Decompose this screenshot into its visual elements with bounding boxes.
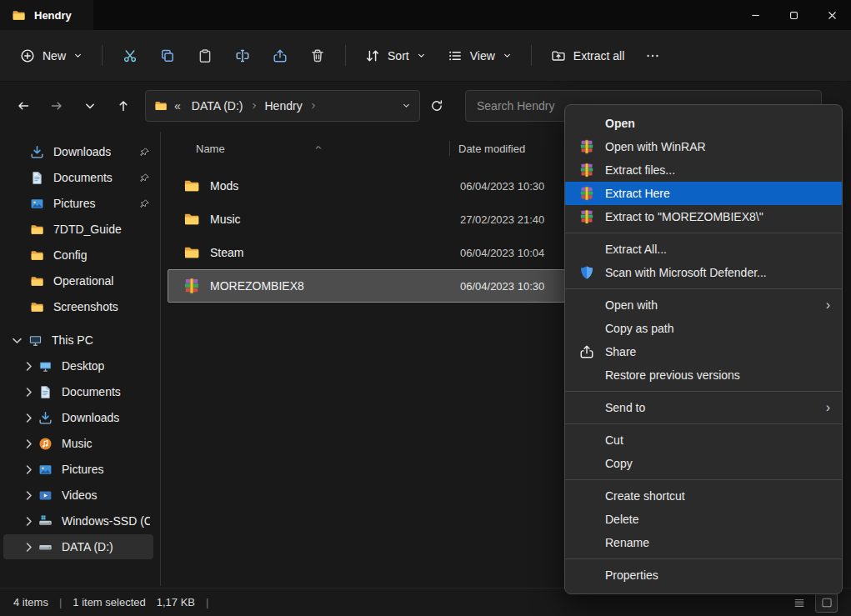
sidebar-item-7dtd-guide[interactable]: 7DTD_Guide — [3, 217, 153, 242]
copy-icon — [160, 48, 175, 63]
breadcrumb-overflow[interactable]: « — [174, 99, 181, 113]
sidebar-item-config[interactable]: Config — [3, 243, 153, 268]
recent-locations-button[interactable] — [73, 90, 107, 122]
chevron-right-icon[interactable] — [22, 514, 36, 528]
sidebar-item-windows-ssd-c[interactable]: Windows-SSD (C:) — [3, 508, 153, 533]
menu-item-extract-all[interactable]: Extract All... — [565, 238, 842, 261]
status-divider: | — [206, 596, 208, 608]
copy-button[interactable] — [151, 39, 184, 73]
breadcrumb-item-data-d[interactable]: DATA (D:) — [188, 98, 248, 114]
menu-item-icon-placeholder — [578, 367, 595, 383]
menu-item-label: Restore previous versions — [605, 368, 832, 382]
breadcrumb: DATA (D:)Hendry — [188, 98, 395, 114]
window-title: Hendry — [34, 9, 72, 22]
chevron-right-icon[interactable] — [22, 359, 36, 373]
thumbnails-view-button[interactable] — [815, 593, 838, 613]
sidebar-item-this-pc[interactable]: This PC — [3, 328, 153, 353]
breadcrumb-item-hendry[interactable]: Hendry — [261, 98, 307, 114]
delete-button[interactable] — [301, 39, 334, 73]
address-bar[interactable]: « DATA (D:)Hendry — [145, 90, 420, 122]
sidebar-item-desktop[interactable]: Desktop — [3, 353, 153, 378]
sidebar-item-documents[interactable]: Documents — [3, 165, 153, 190]
more-options-button[interactable] — [636, 39, 669, 73]
chevron-right-icon[interactable] — [22, 463, 36, 477]
menu-item-delete[interactable]: Delete — [565, 508, 842, 531]
chevron-down-icon[interactable] — [402, 101, 411, 110]
delete-icon — [310, 48, 325, 63]
column-header-name[interactable]: Name — [174, 143, 449, 155]
extract-all-button[interactable]: Extract all — [541, 39, 634, 73]
chevron-right-icon[interactable] — [22, 385, 36, 399]
menu-item-label: Extract files... — [605, 163, 832, 177]
back-button[interactable] — [7, 90, 40, 122]
menu-item-scan-with-microsoft-defender[interactable]: Scan with Microsoft Defender... — [565, 261, 842, 284]
sidebar-item-screenshots[interactable]: Screenshots — [3, 294, 153, 319]
menu-separator — [565, 391, 842, 392]
forward-button[interactable] — [40, 90, 73, 122]
menu-separator — [565, 423, 842, 424]
refresh-button[interactable] — [420, 90, 453, 122]
chevron-right-icon[interactable] — [250, 102, 258, 110]
menu-item-share[interactable]: Share — [565, 340, 842, 363]
menu-item-create-shortcut[interactable]: Create shortcut — [565, 484, 842, 508]
documents-icon — [38, 385, 53, 399]
cut-icon — [123, 48, 138, 63]
menu-item-extract-here[interactable]: Extract Here — [565, 182, 842, 205]
menu-item-copy[interactable]: Copy — [565, 452, 842, 475]
desktop-icon — [38, 359, 53, 373]
menu-item-label: Open with — [605, 298, 816, 312]
sort-button[interactable]: Sort — [355, 39, 436, 73]
menu-item-extract-to-morezombiex8[interactable]: Extract to "MOREZOMBIEX8\" — [565, 205, 842, 228]
file-date-modified-cell: 06/04/2023 10:30 — [443, 280, 544, 293]
share-button[interactable] — [263, 39, 297, 73]
menu-item-extract-files[interactable]: Extract files... — [565, 158, 842, 182]
menu-item-copy-as-path[interactable]: Copy as path — [565, 317, 842, 340]
menu-item-properties[interactable]: Properties — [565, 563, 842, 587]
music-icon — [38, 437, 53, 451]
menu-item-rename[interactable]: Rename — [565, 531, 842, 554]
close-button[interactable] — [813, 0, 851, 30]
sidebar-item-pictures[interactable]: Pictures — [3, 457, 153, 482]
chevron-right-icon[interactable] — [22, 488, 36, 503]
menu-item-icon-placeholder — [578, 320, 595, 337]
menu-item-open-with-winrar[interactable]: Open with WinRAR — [565, 135, 842, 158]
sidebar-item-pictures[interactable]: Pictures — [3, 191, 153, 216]
menu-item-icon-placeholder — [578, 297, 595, 313]
navigation-buttons — [7, 90, 140, 122]
menu-item-label: Scan with Microsoft Defender... — [605, 266, 832, 279]
folder-icon — [30, 248, 44, 263]
maximize-button[interactable] — [774, 0, 813, 30]
chevron-down-icon[interactable] — [10, 333, 24, 348]
sidebar-item-data-d[interactable]: DATA (D:) — [3, 534, 153, 559]
sidebar-item-label: Documents — [62, 385, 121, 398]
chevron-right-icon[interactable] — [22, 540, 36, 554]
paste-button[interactable] — [188, 39, 222, 73]
menu-item-open-with[interactable]: Open with› — [565, 293, 842, 317]
menu-item-cut[interactable]: Cut — [565, 428, 842, 452]
menu-item-label: Rename — [605, 536, 832, 549]
sidebar-item-documents[interactable]: Documents — [3, 379, 153, 404]
rename-button[interactable] — [226, 39, 259, 73]
new-button[interactable]: New — [10, 39, 93, 73]
chevron-right-icon[interactable] — [22, 437, 36, 451]
chevron-right-icon[interactable] — [309, 102, 318, 110]
cut-button[interactable] — [113, 39, 147, 73]
menu-item-restore-previous-versions[interactable]: Restore previous versions — [565, 363, 842, 387]
up-button[interactable] — [107, 90, 140, 122]
sidebar-item-videos[interactable]: Videos — [3, 483, 153, 508]
details-view-button[interactable] — [788, 593, 810, 613]
winrar-icon — [578, 208, 595, 225]
sidebar-item-downloads[interactable]: Downloads — [3, 139, 153, 164]
minimize-button[interactable] — [736, 0, 774, 30]
more-icon — [645, 48, 660, 63]
sidebar-item-music[interactable]: Music — [3, 431, 153, 456]
menu-item-send-to[interactable]: Send to› — [565, 396, 842, 419]
column-header-name-label: Name — [196, 143, 225, 155]
sidebar-item-operational[interactable]: Operational — [3, 268, 153, 293]
chevron-right-icon[interactable] — [22, 411, 36, 425]
view-button[interactable]: View — [438, 39, 522, 73]
menu-item-open[interactable]: Open — [565, 112, 842, 135]
sidebar-item-downloads[interactable]: Downloads — [3, 405, 153, 430]
sort-icon — [365, 48, 380, 63]
sidebar-item-label: Pictures — [62, 463, 104, 476]
